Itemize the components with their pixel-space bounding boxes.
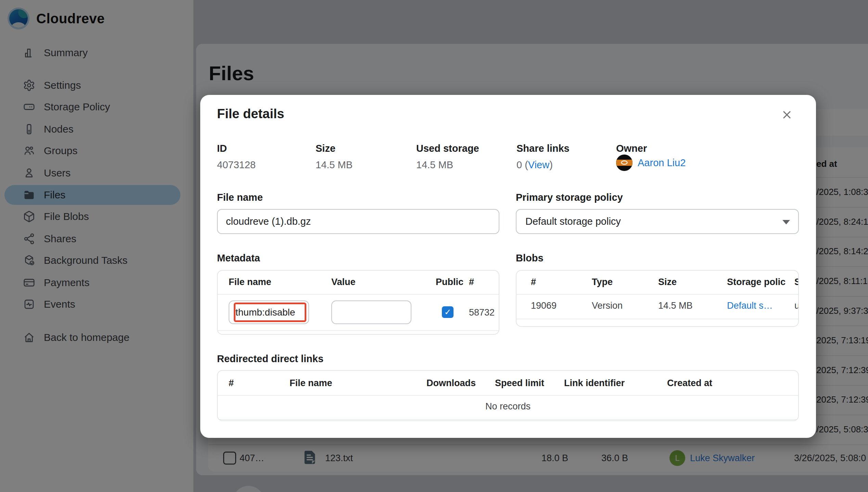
modal-title: File details	[217, 107, 284, 121]
column-header: File name	[290, 378, 332, 389]
column-header: #	[531, 277, 536, 287]
metadata-value-input[interactable]	[331, 300, 411, 324]
blob-size: 14.5 MB	[658, 300, 693, 311]
column-header: Speed limit	[495, 378, 544, 389]
check-icon: ✓	[444, 307, 451, 317]
column-header: S	[794, 277, 799, 287]
column-header: Type	[592, 277, 613, 287]
owner-value: Aaron Liu2	[616, 155, 686, 171]
blob-id: 19069	[531, 300, 557, 311]
redirected-links-table: # File name Downloads Speed limit Link i…	[217, 370, 799, 421]
column-header: Size	[658, 277, 677, 287]
id-value: 4073128	[217, 159, 256, 171]
public-checkbox[interactable]: ✓	[442, 306, 454, 318]
empty-state: No records	[218, 401, 798, 412]
blob-type: Version	[592, 300, 623, 311]
column-header: File name	[229, 277, 271, 287]
owner-link[interactable]: Aaron Liu2	[638, 157, 686, 169]
selected-policy: Default storage policy	[525, 216, 621, 227]
share-links-value: 0 (View)	[516, 159, 553, 171]
column-header: Link identifier	[564, 378, 625, 389]
share-count: 0 (	[516, 159, 528, 170]
primary-storage-policy-label: Primary storage policy	[516, 192, 623, 203]
close-icon[interactable]	[780, 108, 794, 122]
storage-policy-select[interactable]: Default storage policy	[516, 209, 799, 234]
id-label: ID	[217, 143, 227, 154]
owner-label: Owner	[616, 143, 647, 154]
column-header: #	[229, 378, 234, 389]
metadata-table: File name Value Public # ✓ 58732	[217, 270, 499, 335]
blob-extra: u	[794, 300, 799, 311]
redirected-links-label: Redirected direct links	[217, 353, 323, 365]
metadata-key-input[interactable]	[229, 300, 309, 324]
column-header: Created at	[667, 378, 712, 389]
column-header: #	[469, 277, 474, 287]
share-suffix: )	[549, 159, 553, 170]
used-storage-label: Used storage	[416, 143, 479, 154]
used-storage-value: 14.5 MB	[416, 159, 453, 171]
size-label: Size	[316, 143, 335, 154]
blobs-table: # Type Size Storage polic S 19069 Versio…	[516, 270, 799, 327]
view-shares-link[interactable]: View	[528, 159, 549, 170]
owner-avatar	[616, 155, 633, 171]
blobs-label: Blobs	[516, 253, 544, 264]
size-value: 14.5 MB	[316, 159, 353, 171]
blob-storage-policy-link[interactable]: Default s…	[727, 300, 773, 311]
file-details-modal: File details ID 4073128 Size 14.5 MB Use…	[200, 95, 816, 438]
column-header: Value	[331, 277, 356, 287]
column-header: Public	[436, 277, 463, 287]
metadata-label: Metadata	[217, 253, 260, 264]
chevron-down-icon	[782, 220, 790, 224]
file-name-input[interactable]	[217, 209, 499, 234]
column-header: Storage polic	[727, 277, 789, 287]
share-links-label: Share links	[516, 143, 570, 154]
metadata-id: 58732	[469, 307, 495, 318]
column-header: Downloads	[426, 378, 476, 389]
file-name-label: File name	[217, 192, 263, 203]
